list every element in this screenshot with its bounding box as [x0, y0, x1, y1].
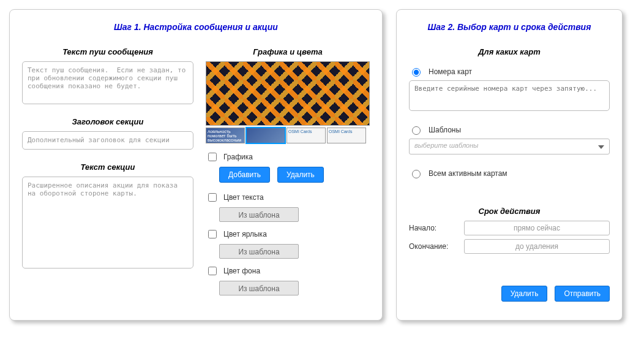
step1-title: Шаг 1. Настройка сообщения и акции [22, 22, 370, 32]
card-numbers-input[interactable] [409, 80, 610, 111]
graphic-preview [206, 61, 370, 126]
text-color-label: Цвет текста [223, 193, 264, 202]
cards-templates-radio[interactable] [412, 126, 421, 135]
thumbnail[interactable]: лояльность помогает быть высококлассным [206, 128, 245, 143]
delete-button[interactable]: Удалить [501, 286, 548, 302]
thumbnail[interactable]: OSMI Cards [286, 128, 326, 143]
cards-templates-label: Шаблоны [429, 126, 461, 134]
thumbnail-strip: лояльность помогает быть высококлассным … [206, 128, 370, 143]
section-body-input[interactable] [22, 177, 193, 269]
cards-all-radio[interactable] [412, 170, 421, 178]
graphics-label: Графика и цвета [206, 47, 370, 56]
step2-title: Шаг 2. Выбор карт и срока действия [409, 22, 610, 32]
cards-all-label: Всем активным картам [429, 169, 507, 178]
label-color-swatch[interactable]: Из шаблона [219, 244, 299, 259]
start-label: Начало: [409, 224, 458, 232]
header-label: Заголовок секции [22, 117, 193, 126]
push-label: Текст пуш сообщения [22, 47, 193, 56]
bg-color-checkbox[interactable] [208, 267, 217, 275]
label-color-label: Цвет ярлыка [223, 230, 267, 238]
graphic-checkbox-label: Графика [223, 153, 253, 161]
cards-label: Для каких карт [409, 47, 610, 56]
push-text-input[interactable] [22, 61, 193, 104]
step2-panel: Шаг 2. Выбор карт и срока действия Для к… [396, 9, 623, 321]
bg-color-swatch[interactable]: Из шаблона [219, 281, 299, 295]
end-label: Окончание: [409, 242, 458, 251]
add-button[interactable]: Добавить [219, 167, 270, 183]
graphic-checkbox[interactable] [208, 153, 217, 161]
end-input[interactable] [464, 239, 610, 254]
section-header-input[interactable] [22, 131, 193, 150]
bg-color-label: Цвет фона [223, 267, 260, 275]
start-input[interactable] [464, 221, 610, 235]
step1-panel: Шаг 1. Настройка сообщения и акции Текст… [9, 9, 383, 321]
templates-select[interactable]: выберите шаблоны [409, 139, 610, 154]
thumbnail[interactable] [246, 128, 285, 143]
body-label: Текст секции [22, 162, 193, 172]
duration-label: Срок действия [409, 207, 610, 216]
cards-numbers-radio[interactable] [412, 68, 421, 77]
thumbnail[interactable]: OSMI Cards [327, 128, 366, 143]
text-color-checkbox[interactable] [208, 193, 217, 202]
text-color-swatch[interactable]: Из шаблона [219, 207, 299, 222]
delete-graphic-button[interactable]: Удалить [277, 167, 324, 183]
label-color-checkbox[interactable] [208, 230, 217, 238]
cards-numbers-label: Номера карт [429, 67, 472, 76]
templates-select-placeholder: выберите шаблоны [414, 142, 478, 149]
send-button[interactable]: Отправить [555, 286, 610, 302]
